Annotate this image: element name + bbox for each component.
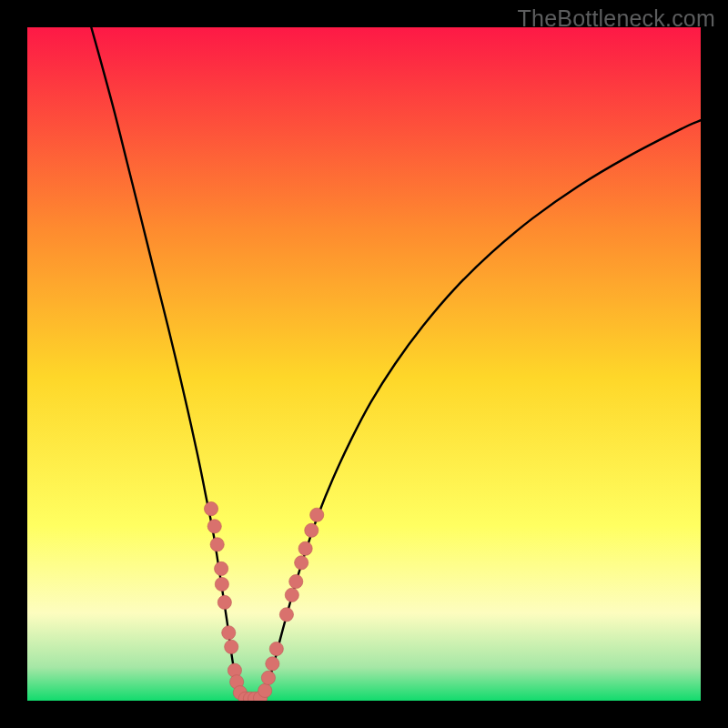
data-marker	[310, 508, 324, 521]
data-marker	[269, 642, 283, 655]
gradient-background	[27, 27, 701, 701]
chart-svg	[27, 27, 701, 701]
data-marker	[215, 577, 228, 591]
data-marker	[298, 541, 312, 555]
data-marker	[222, 626, 236, 640]
data-marker	[295, 556, 308, 570]
data-marker	[305, 523, 318, 537]
data-marker	[217, 595, 231, 609]
data-marker	[210, 538, 224, 551]
data-marker	[204, 502, 217, 516]
data-marker	[215, 561, 228, 575]
plot-area	[27, 27, 701, 701]
data-marker	[285, 588, 298, 602]
data-marker	[289, 574, 303, 588]
data-marker	[266, 657, 279, 671]
data-marker	[207, 520, 221, 533]
data-marker	[279, 608, 293, 622]
data-marker	[258, 683, 272, 697]
data-marker	[225, 640, 238, 653]
chart-frame: TheBottleneck.com	[0, 0, 728, 728]
data-marker	[261, 671, 275, 684]
